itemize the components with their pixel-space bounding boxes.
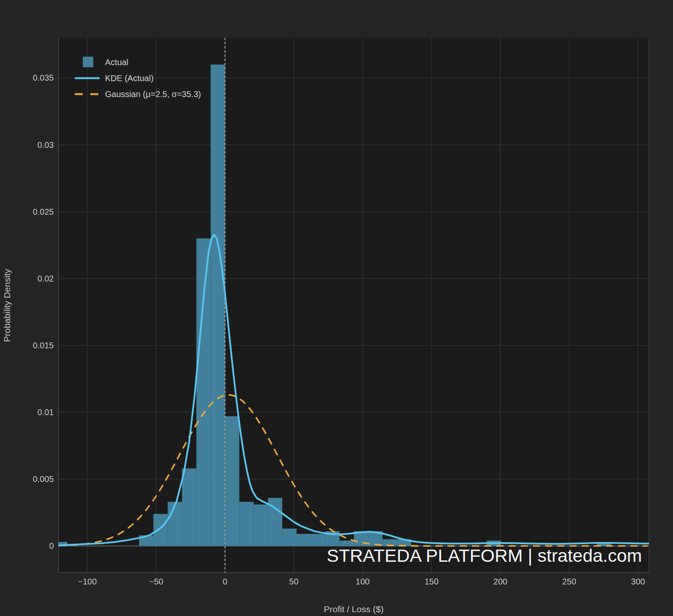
histogram-bar[interactable] bbox=[168, 502, 182, 546]
plot-background bbox=[58, 38, 649, 573]
histogram-bar[interactable] bbox=[210, 65, 225, 546]
histogram-bar[interactable] bbox=[282, 529, 297, 546]
histogram-bar[interactable] bbox=[254, 505, 268, 546]
histogram-bar[interactable] bbox=[297, 534, 311, 546]
histogram-bar[interactable] bbox=[182, 469, 196, 546]
x-axis-title: Profit / Loss ($) bbox=[324, 604, 384, 614]
legend-label: Actual bbox=[105, 58, 129, 67]
x-tick-label: 200 bbox=[493, 577, 507, 586]
x-tick-label: −50 bbox=[149, 577, 163, 586]
y-tick-label: 0.01 bbox=[37, 408, 54, 417]
histogram-bar[interactable] bbox=[311, 534, 325, 546]
x-tick-label: 250 bbox=[562, 577, 576, 586]
y-tick-label: 0.03 bbox=[37, 140, 54, 150]
chart-canvas[interactable]: −100−5005010015020025030000.0050.010.015… bbox=[0, 0, 673, 616]
y-tick-label: 0.015 bbox=[33, 341, 54, 350]
x-tick-label: 300 bbox=[631, 577, 645, 586]
app-window: { "watermark": "STRATEDA PLATFORM | stra… bbox=[0, 0, 673, 616]
x-tick-label: 0 bbox=[223, 577, 227, 586]
y-axis-title: Probability Density bbox=[2, 269, 12, 342]
legend-label: Gaussian (μ=2.5, σ=35.3) bbox=[105, 90, 201, 99]
legend-item[interactable]: Actual bbox=[83, 57, 129, 67]
y-tick-label: 0.005 bbox=[33, 474, 54, 484]
histogram-bar[interactable] bbox=[239, 502, 254, 546]
y-tick-label: 0.035 bbox=[33, 73, 54, 82]
histogram-bar[interactable] bbox=[225, 416, 239, 546]
histogram-bar[interactable] bbox=[153, 514, 168, 546]
watermark: STRATEDA PLATFORM | strateda.com bbox=[327, 545, 642, 566]
x-tick-label: 50 bbox=[289, 577, 298, 586]
y-tick-label: 0.025 bbox=[33, 207, 54, 216]
histogram-bar[interactable] bbox=[196, 238, 210, 546]
legend-swatch-bar bbox=[83, 57, 93, 67]
y-tick-label: 0.02 bbox=[37, 274, 54, 283]
x-tick-label: 100 bbox=[356, 577, 370, 586]
y-tick-label: 0 bbox=[49, 541, 54, 550]
legend-label: KDE (Actual) bbox=[105, 74, 154, 83]
x-tick-label: 150 bbox=[424, 577, 438, 586]
x-tick-label: −100 bbox=[78, 577, 97, 586]
